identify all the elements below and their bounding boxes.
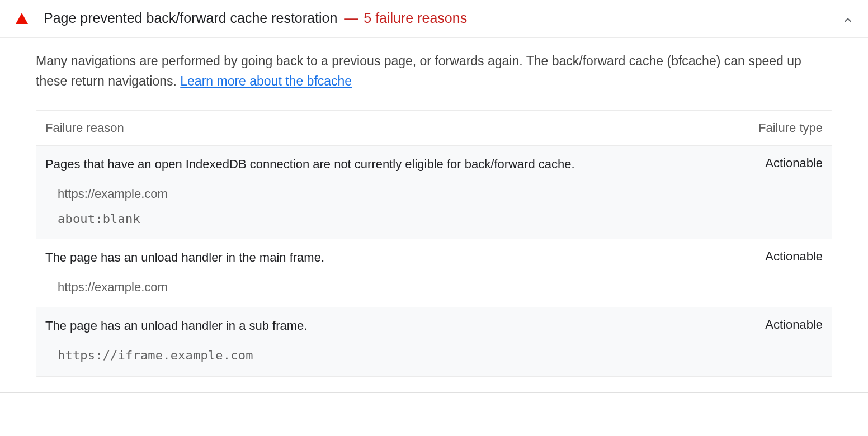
- audit-description: Many navigations are performed by going …: [36, 51, 832, 91]
- table-row: The page has an unload handler in the ma…: [36, 239, 832, 307]
- description-text: Many navigations are performed by going …: [36, 54, 801, 88]
- table-rows: Pages that have an open IndexedDB connec…: [36, 146, 832, 376]
- dash-separator: —: [344, 10, 358, 26]
- learn-more-link[interactable]: Learn more about the bfcache: [180, 74, 352, 88]
- warning-triangle-icon: [16, 13, 28, 24]
- failure-count: 5 failure reasons: [364, 10, 467, 26]
- row-top: Pages that have an open IndexedDB connec…: [45, 156, 823, 173]
- failure-type: Actionable: [733, 156, 823, 170]
- failure-type: Actionable: [733, 249, 823, 264]
- table-row: Pages that have an open IndexedDB connec…: [36, 146, 832, 239]
- row-top: The page has an unload handler in the ma…: [45, 249, 823, 266]
- failure-urls: https://iframe.example.com: [45, 348, 823, 364]
- column-header-type: Failure type: [733, 121, 823, 135]
- audit-body: Many navigations are performed by going …: [0, 38, 868, 392]
- row-top: The page has an unload handler in a sub …: [45, 317, 823, 334]
- table-row: The page has an unload handler in a sub …: [36, 307, 832, 376]
- audit-header[interactable]: Page prevented back/forward cache restor…: [0, 0, 868, 38]
- chevron-up-icon[interactable]: [841, 13, 855, 27]
- failure-urls: https://example.com: [45, 279, 823, 296]
- failure-reason: Pages that have an open IndexedDB connec…: [45, 156, 733, 173]
- failure-reason: The page has an unload handler in the ma…: [45, 249, 733, 266]
- failure-url: https://iframe.example.com: [58, 348, 823, 364]
- table-header: Failure reason Failure type: [36, 111, 832, 146]
- failure-url: https://example.com: [58, 279, 823, 296]
- failure-url: about:blank: [58, 211, 823, 228]
- audit-title: Page prevented back/forward cache restor…: [44, 10, 337, 26]
- failure-reason: The page has an unload handler in a sub …: [45, 317, 733, 334]
- audit-panel: Page prevented back/forward cache restor…: [0, 0, 868, 393]
- failure-type: Actionable: [733, 317, 823, 332]
- column-header-reason: Failure reason: [45, 121, 733, 135]
- failure-urls: https://example.comabout:blank: [45, 186, 823, 227]
- failure-url: https://example.com: [58, 186, 823, 202]
- failure-table: Failure reason Failure type Pages that h…: [36, 110, 832, 376]
